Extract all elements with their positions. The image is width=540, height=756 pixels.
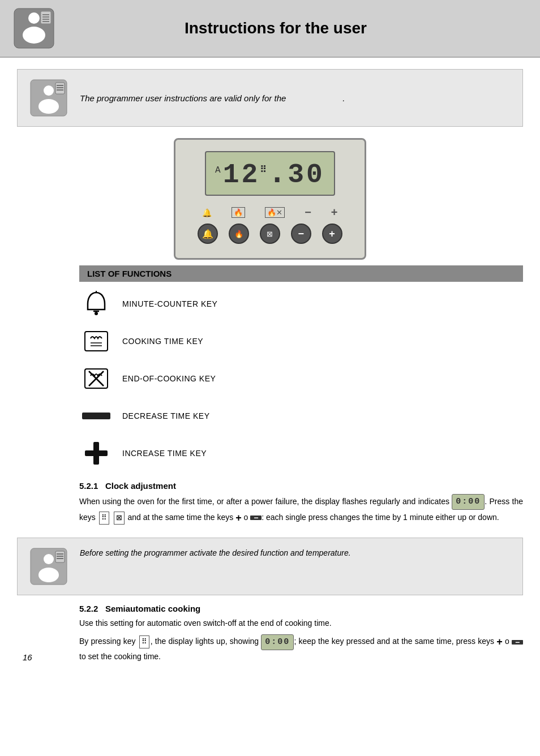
info-icon-2 <box>29 547 68 586</box>
panel-endcooking-icon: ⊠ <box>267 230 273 238</box>
section-521-title: 5.2.1 Clock adjustment <box>79 481 523 491</box>
function-item-minute-counter: MINUTE-COUNTER KEY <box>79 287 523 320</box>
function-label-decrease-time: DECREASE TIME KEY <box>122 411 210 420</box>
cooking-icon-display: 🔥 <box>232 207 245 218</box>
svg-rect-26 <box>85 450 108 456</box>
svg-point-2 <box>23 27 45 44</box>
panel-btn-cooking[interactable]: 🔥 <box>229 224 249 244</box>
function-item-increase-time: INCREASE TIME KEY <box>79 437 523 470</box>
section-522-para1: Use this setting for automatic oven swit… <box>79 617 523 629</box>
bell-icon-display: 🔔 <box>202 208 212 217</box>
section-522: 5.2.2 Semiautomatic cooking Use this set… <box>79 604 523 663</box>
section-521-para: When using the oven for the first time, … <box>79 494 523 526</box>
decrease-time-icon <box>79 402 113 430</box>
svg-point-29 <box>38 568 59 582</box>
svg-rect-11 <box>55 83 65 94</box>
button-row[interactable]: 🔔 🔥 ⊠ − + <box>192 224 348 244</box>
svg-rect-30 <box>55 551 65 562</box>
inline-cooking-icon-2: ⠿ <box>139 635 149 648</box>
minus-display-icon: − <box>305 206 311 219</box>
display-panel: A12⠿.30 🔔 🔥 🔥✕ − + 🔔 🔥 ⊠ <box>174 138 366 260</box>
panel-btn-minus[interactable]: − <box>291 224 311 244</box>
panel-minus-icon: − <box>298 228 305 240</box>
section-521: 5.2.1 Clock adjustment When using the ov… <box>79 481 523 526</box>
panel-btn-endcooking[interactable]: ⊠ <box>260 224 280 244</box>
function-item-end-of-cooking: END-OF-COOKING KEY <box>79 362 523 395</box>
plus-display-icon: + <box>331 206 338 219</box>
svg-rect-24 <box>82 413 110 419</box>
panel-btn-bell[interactable]: 🔔 <box>198 224 218 244</box>
lcd-display: A12⠿.30 <box>205 151 335 196</box>
inline-display-2: 0:00 <box>261 634 294 650</box>
panel-bell-icon: 🔔 <box>202 229 213 239</box>
lcd-icons-row: 🔔 🔥 🔥✕ − + <box>192 206 348 219</box>
logo-svg <box>11 6 57 51</box>
panel-btn-plus[interactable]: + <box>322 224 342 244</box>
svg-point-16 <box>95 312 98 315</box>
functions-section: LIST OF FUNCTIONS MINUTE-COUNTER KEY <box>79 265 523 470</box>
section-522-para2: By pressing key ⠿, the display lights up… <box>79 634 523 663</box>
function-label-increase-time: INCREASE TIME KEY <box>122 449 207 458</box>
page-header: Instructions for the user <box>0 0 540 58</box>
display-section: A12⠿.30 🔔 🔥 🔥✕ − + 🔔 🔥 ⊠ <box>0 138 540 260</box>
svg-point-28 <box>44 554 54 564</box>
function-item-cooking-time: COOKING TIME KEY <box>79 325 523 358</box>
cooking-time-icon <box>79 327 113 355</box>
inline-display-1: 0:00 <box>452 494 485 510</box>
function-label-end-of-cooking: END-OF-COOKING KEY <box>122 374 216 383</box>
inline-endcooking-icon: ⊠ <box>114 512 125 525</box>
header-logo <box>11 6 57 51</box>
info-banner-1: The programmer user instructions are val… <box>17 69 523 127</box>
info-icon-1 <box>29 78 68 118</box>
svg-rect-18 <box>85 332 108 351</box>
functions-header: LIST OF FUNCTIONS <box>79 265 523 282</box>
section-522-title: 5.2.2 Semiautomatic cooking <box>79 604 523 613</box>
minute-counter-icon <box>79 290 113 318</box>
page-number: 16 <box>23 652 32 662</box>
info-banner-text-2: Before setting the programmer activate t… <box>80 547 351 559</box>
svg-point-1 <box>28 12 40 24</box>
info-banner-2: Before setting the programmer activate t… <box>17 538 523 595</box>
svg-point-10 <box>38 99 59 114</box>
info-banner-text-1: The programmer user instructions are val… <box>80 93 345 103</box>
panel-plus-icon: + <box>329 228 335 240</box>
function-item-decrease-time: DECREASE TIME KEY <box>79 400 523 432</box>
svg-point-9 <box>44 85 54 96</box>
increase-time-icon <box>79 439 113 467</box>
endcooking-icon-display: 🔥✕ <box>265 207 285 218</box>
function-label-cooking-time: COOKING TIME KEY <box>122 337 203 346</box>
end-of-cooking-icon <box>79 364 113 393</box>
inline-cooking-icon: ⠿ <box>99 512 109 525</box>
page-title: Instructions for the user <box>68 19 529 37</box>
panel-cooking-icon: 🔥 <box>234 230 243 238</box>
function-label-minute-counter: MINUTE-COUNTER KEY <box>122 299 217 308</box>
